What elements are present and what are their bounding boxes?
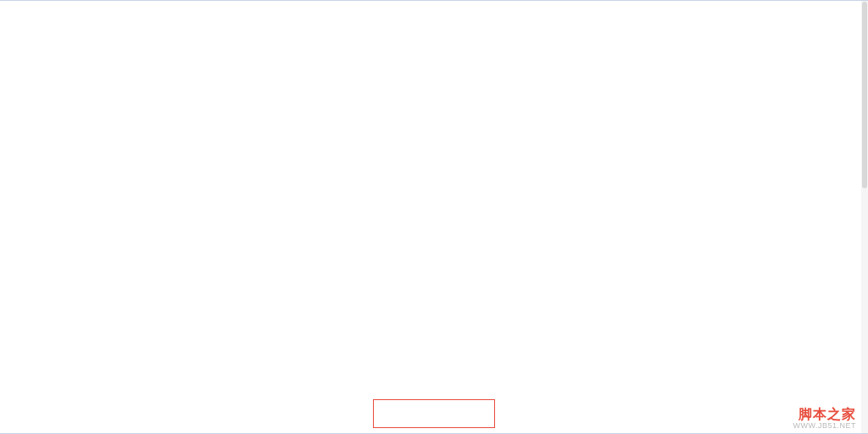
top-border bbox=[0, 0, 868, 1]
watermark-url: WWW.JB51.NET bbox=[793, 422, 856, 431]
highlight-box bbox=[373, 399, 495, 428]
watermark: 脚本之家 WWW.JB51.NET bbox=[793, 407, 856, 431]
scrollbar-thumb[interactable] bbox=[862, 2, 867, 188]
watermark-title: 脚本之家 bbox=[793, 407, 856, 422]
scrollbar-track[interactable] bbox=[861, 1, 868, 433]
